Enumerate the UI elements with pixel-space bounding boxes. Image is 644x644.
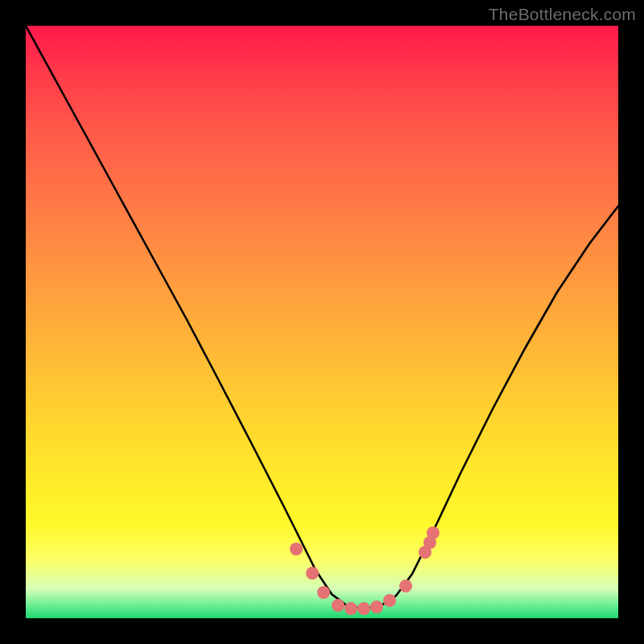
chart-frame: TheBottleneck.com [0, 0, 644, 644]
marker-group [290, 526, 440, 615]
curve-marker [370, 601, 383, 613]
plot-area [26, 26, 618, 618]
curve-marker [317, 586, 330, 599]
curve-marker [345, 602, 357, 615]
curve-marker [306, 567, 319, 580]
curve-marker [357, 602, 370, 615]
curve-marker [290, 543, 303, 555]
curve-marker [383, 594, 396, 607]
watermark-label: TheBottleneck.com [489, 5, 636, 24]
curve-svg [26, 26, 618, 618]
curve-marker [332, 599, 345, 612]
curve-marker [427, 526, 440, 539]
bottleneck-curve-path [26, 26, 618, 609]
curve-marker [399, 580, 412, 592]
